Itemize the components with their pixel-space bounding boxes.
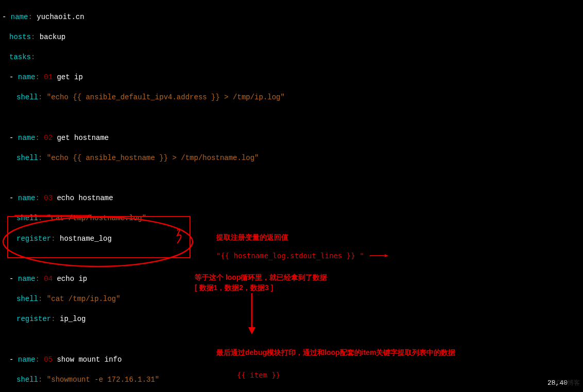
arrow-down-icon bbox=[247, 293, 256, 334]
annotation-text-2: "{{ hostname_log.stdout_lines }} " bbox=[216, 251, 364, 261]
svg-marker-2 bbox=[385, 254, 388, 257]
watermark: 51CTO博客 bbox=[549, 379, 580, 388]
annotation-text-1: 提取注册变量的返回值 bbox=[216, 233, 288, 243]
annotation-underline bbox=[14, 215, 91, 216]
svg-marker-4 bbox=[248, 327, 255, 334]
annotation-text-5: 最后通过debug模块打印，通过和loop配套的item关键字提取列表中的数据 bbox=[216, 348, 455, 358]
code-editor[interactable]: - name: yuchaoit.cn hosts: backup tasks:… bbox=[0, 0, 583, 392]
annotation-text-6: {{ item }} bbox=[237, 370, 280, 381]
arrow-right-icon bbox=[364, 254, 395, 257]
annotation-text-3: 等于这个 loop循环里，就已经拿到了数据 bbox=[195, 273, 327, 283]
annotation-text-4: [ 数据1，数据2，数据3 ] bbox=[195, 283, 273, 293]
